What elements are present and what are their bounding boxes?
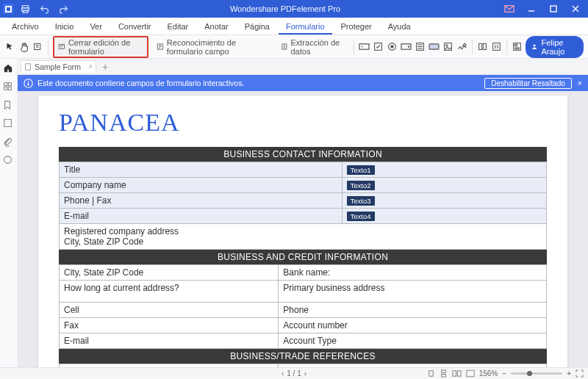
comment-icon[interactable] bbox=[3, 155, 14, 166]
menu-ayuda[interactable]: Ayuda bbox=[381, 19, 418, 35]
fit-width-icon[interactable] bbox=[466, 369, 475, 378]
document-canvas[interactable]: PANACEA BUSINESS CONTACT INFORMATION Tit… bbox=[18, 91, 588, 367]
combobox-icon[interactable] bbox=[401, 40, 412, 54]
field-label: Bank name: bbox=[283, 267, 330, 278]
view-single-icon[interactable] bbox=[427, 369, 435, 378]
fullscreen-icon[interactable] bbox=[576, 369, 584, 378]
user-name: Felipe Araujo bbox=[541, 38, 576, 56]
menu-pagina[interactable]: Página bbox=[237, 19, 277, 35]
menu-formulario[interactable]: Formulario bbox=[279, 19, 332, 35]
maximize-button[interactable] bbox=[544, 1, 563, 16]
menu-bar: Archivo Inicio Ver Convertir Editar Anot… bbox=[0, 18, 588, 35]
svg-rect-12 bbox=[359, 44, 369, 49]
listbox-icon[interactable] bbox=[415, 40, 426, 54]
zoom-out-icon[interactable]: − bbox=[502, 369, 506, 378]
form-field[interactable]: Texto2 bbox=[347, 181, 375, 190]
next-page-icon[interactable]: › bbox=[304, 369, 306, 378]
close-form-edit-label: Cerrar edición de formulario bbox=[68, 38, 143, 56]
svg-rect-28 bbox=[8, 83, 11, 86]
field-label: Account Type bbox=[283, 336, 337, 346]
home-icon[interactable] bbox=[3, 63, 14, 74]
svg-rect-39 bbox=[441, 374, 445, 377]
template-icon[interactable] bbox=[512, 40, 523, 54]
hand-icon[interactable] bbox=[18, 40, 29, 54]
view-double-icon[interactable] bbox=[452, 369, 462, 378]
document-tab[interactable]: Sample Form × bbox=[21, 60, 96, 73]
svg-rect-23 bbox=[493, 43, 501, 51]
field-label: Title bbox=[64, 165, 80, 175]
menu-editar[interactable]: Editar bbox=[160, 19, 196, 35]
svg-rect-30 bbox=[8, 87, 11, 90]
undo-icon[interactable] bbox=[37, 1, 51, 16]
window-title: Wondershare PDFelement Pro bbox=[71, 4, 500, 13]
zoom-in-icon[interactable]: + bbox=[567, 369, 571, 378]
info-message: Este documento contiene campos de formul… bbox=[37, 79, 244, 87]
pointer-icon[interactable] bbox=[4, 40, 15, 54]
section3-title: BUSINESS/TRADE REFERENCES bbox=[59, 349, 547, 364]
close-form-edit-button[interactable]: Cerrar edición de formulario bbox=[53, 36, 148, 58]
bookmark-icon[interactable] bbox=[3, 100, 14, 111]
svg-point-26 bbox=[534, 44, 536, 46]
section2-title: BUSINESS AND CREDIT INFORMATION bbox=[59, 250, 547, 264]
recognize-form-label: Reconocimiento de formulario campo bbox=[167, 38, 268, 56]
select-icon[interactable] bbox=[32, 40, 43, 54]
menu-anotar[interactable]: Anotar bbox=[197, 19, 235, 35]
close-button[interactable] bbox=[566, 1, 585, 16]
svg-rect-1 bbox=[7, 7, 10, 11]
radio-icon[interactable] bbox=[387, 40, 398, 54]
form-field[interactable]: Texto1 bbox=[347, 165, 375, 175]
svg-rect-38 bbox=[441, 370, 445, 373]
minimize-button[interactable] bbox=[522, 1, 541, 16]
svg-rect-40 bbox=[453, 371, 456, 376]
menu-proteger[interactable]: Proteger bbox=[334, 19, 379, 35]
more-tools-icon[interactable] bbox=[491, 40, 502, 54]
print-icon[interactable] bbox=[18, 1, 32, 16]
view-continuous-icon[interactable] bbox=[440, 369, 448, 378]
svg-rect-33 bbox=[26, 64, 31, 70]
form-toolbar: Cerrar edición de formulario Reconocimie… bbox=[0, 35, 588, 59]
svg-rect-21 bbox=[479, 43, 482, 49]
recognize-form-button[interactable]: Reconocimiento de formulario campo bbox=[151, 36, 273, 58]
svg-point-15 bbox=[391, 46, 393, 48]
app-logo bbox=[3, 4, 13, 14]
prev-page-icon[interactable]: ‹ bbox=[282, 369, 284, 378]
svg-rect-25 bbox=[515, 44, 517, 46]
mail-icon[interactable] bbox=[500, 1, 519, 16]
disable-highlight-button[interactable]: Deshabilitar Resaltado bbox=[484, 78, 572, 89]
button-icon[interactable] bbox=[429, 40, 440, 54]
svg-rect-22 bbox=[484, 43, 487, 49]
user-pill[interactable]: Felipe Araujo bbox=[526, 36, 584, 58]
zoom-value: 156% bbox=[479, 369, 498, 378]
thumbnails-icon[interactable] bbox=[3, 82, 14, 93]
svg-rect-41 bbox=[457, 371, 461, 376]
field-label: Primary business address bbox=[283, 283, 384, 293]
close-tab-icon[interactable]: × bbox=[88, 62, 93, 71]
menu-convertir[interactable]: Convertir bbox=[111, 19, 159, 35]
menu-inicio[interactable]: Inicio bbox=[48, 19, 82, 35]
image-field-icon[interactable] bbox=[442, 40, 453, 54]
form-field[interactable]: Texto4 bbox=[347, 212, 375, 221]
menu-ver[interactable]: Ver bbox=[82, 19, 110, 35]
extract-data-button[interactable]: Extracción de datos bbox=[276, 36, 349, 58]
brand-heading: PANACEA bbox=[59, 109, 547, 137]
align-icon[interactable] bbox=[477, 40, 488, 54]
textfield-icon[interactable] bbox=[358, 40, 369, 54]
checkbox-icon[interactable] bbox=[373, 40, 384, 54]
svg-rect-18 bbox=[429, 44, 439, 49]
search-panel-icon[interactable] bbox=[3, 118, 14, 129]
field-label: Phone bbox=[283, 305, 309, 315]
redo-icon[interactable] bbox=[56, 1, 71, 16]
zoom-slider[interactable] bbox=[511, 372, 562, 375]
menu-archivo[interactable]: Archivo bbox=[4, 19, 46, 35]
signature-icon[interactable] bbox=[456, 40, 467, 54]
new-tab-button[interactable]: + bbox=[99, 61, 111, 73]
field-label: Account number bbox=[283, 320, 347, 331]
attachment-icon[interactable] bbox=[3, 137, 14, 148]
left-sidebar bbox=[0, 59, 18, 367]
close-infobar-icon[interactable]: × bbox=[578, 79, 582, 87]
section2-table: City, State ZIP CodeBank name: How long … bbox=[59, 264, 547, 349]
field-label: Company name bbox=[64, 180, 126, 190]
section1-table: TitleTexto1 Company nameTexto2 Phone | F… bbox=[59, 162, 547, 250]
svg-rect-29 bbox=[4, 87, 7, 90]
form-field[interactable]: Texto3 bbox=[347, 196, 375, 206]
